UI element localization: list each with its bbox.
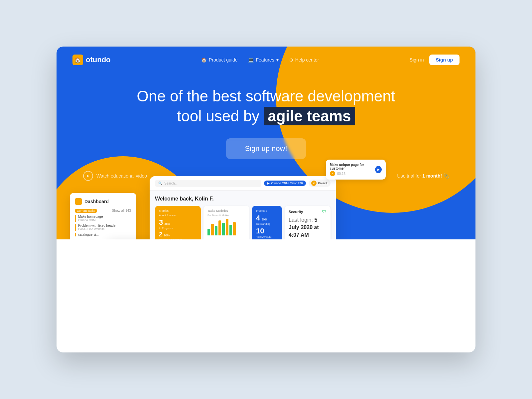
bar-2 xyxy=(211,224,214,235)
nav-help[interactable]: ⊙ Help center xyxy=(289,57,319,63)
task-item-1[interactable]: Make homepage Otundo CRM xyxy=(75,215,131,222)
metrics-card: Metrics About 2 weeks 3 38% In Progress … xyxy=(155,206,201,239)
welcome-text: Welcome back, Kolin F. xyxy=(155,196,331,202)
security-login: Last login: 5 July 2020 at 4:07 AM xyxy=(289,216,327,239)
chevron-down-icon: ▾ xyxy=(276,57,279,63)
nav-features[interactable]: 💻 Features ▾ xyxy=(248,57,278,63)
dashboard-sidebar-card: Dashboard Current Tasks Show all 143 Mak… xyxy=(70,193,136,239)
bar-3 xyxy=(215,226,217,235)
nav-product-guide[interactable]: 🏠 Product guide xyxy=(201,57,237,63)
tasks-stats-card: Tasks Statistics For Nova & Maiku xyxy=(203,206,249,239)
dashboard-title: Dashboard xyxy=(75,198,131,205)
mini-play-button[interactable]: ▶ xyxy=(375,166,382,173)
project-badge[interactable]: ▶ Otundo CRM Task: #78 xyxy=(264,181,306,186)
metrics-row: Metrics About 2 weeks 3 38% In Progress … xyxy=(155,206,331,239)
hero-highlight: agile teams xyxy=(264,107,355,125)
logo-text: otundo xyxy=(86,56,111,64)
help-icon: ⊙ xyxy=(289,57,293,63)
hero-content: One of the best software development too… xyxy=(57,73,475,159)
mockups-area: Dashboard Current Tasks Show all 143 Mak… xyxy=(57,173,475,239)
signup-button[interactable]: Sign up xyxy=(429,55,460,65)
navbar: 🏠 otundo 🏠 Product guide 💻 Features ▾ ⊙ … xyxy=(57,47,475,73)
user-badge[interactable]: K Kolin F. xyxy=(309,180,331,187)
task-item-2[interactable]: Problem with fixed header Coca-Juice Web… xyxy=(75,224,131,231)
mini-avatar: K xyxy=(330,171,335,176)
bar-8 xyxy=(233,222,236,235)
hero-section: 🏠 otundo 🏠 Product guide 💻 Features ▾ ⊙ … xyxy=(57,47,475,239)
bar-1 xyxy=(207,229,210,235)
topbar-search[interactable]: 🔍 Search... xyxy=(155,180,261,187)
main-dashboard-card: 🔍 Search... ▶ Otundo CRM Task: #78 K Kol… xyxy=(150,176,336,239)
home-icon: 🏠 xyxy=(201,57,207,63)
screen-wrapper: 🏠 otundo 🏠 Product guide 💻 Features ▾ ⊙ … xyxy=(57,47,475,352)
signin-button[interactable]: Sign in xyxy=(410,57,424,63)
pie-chart xyxy=(75,239,92,239)
task-item-3[interactable]: catalogue vi... xyxy=(75,233,131,236)
play-icon-topbar: ▶ xyxy=(267,182,270,185)
dashboard-logo xyxy=(75,198,82,205)
logo: 🏠 otundo xyxy=(72,55,111,65)
tasks-section-label: Current Tasks Show all 143 xyxy=(75,209,131,213)
hero-title: One of the best software development too… xyxy=(57,86,475,126)
search-icon-topbar: 🔍 xyxy=(158,182,162,185)
monitor-icon: 💻 xyxy=(248,57,254,63)
bar-6 xyxy=(226,219,228,235)
chart-bars xyxy=(207,219,245,235)
security-card-dashboard: Security 🛡 Last login: 5 July 2020 at 4:… xyxy=(285,206,331,239)
bar-4 xyxy=(218,220,221,235)
bar-7 xyxy=(229,225,232,235)
signup-hero-button[interactable]: Sign up now! xyxy=(226,138,306,159)
topbar: 🔍 Search... ▶ Otundo CRM Task: #78 K Kol… xyxy=(150,176,336,191)
nav-actions: Sign in Sign up xyxy=(410,55,460,65)
timer-mini-card: Make unique page for customer K 00:16 ▶ xyxy=(326,160,386,180)
tasks-badge: Current Tasks xyxy=(75,209,97,213)
dashboard-content: Welcome back, Kolin F. Metrics About 2 w… xyxy=(150,191,336,239)
shield-icon: 🛡 xyxy=(322,209,327,214)
invoices-card: Invoices 4 30% Outstanding 10 Total Amou… xyxy=(252,206,282,239)
nav-links: 🏠 Product guide 💻 Features ▾ ⊙ Help cent… xyxy=(201,57,319,63)
user-avatar: K xyxy=(311,181,317,186)
logo-icon: 🏠 xyxy=(72,55,83,65)
security-header: Security 🛡 xyxy=(289,209,327,214)
bar-5 xyxy=(222,223,225,235)
